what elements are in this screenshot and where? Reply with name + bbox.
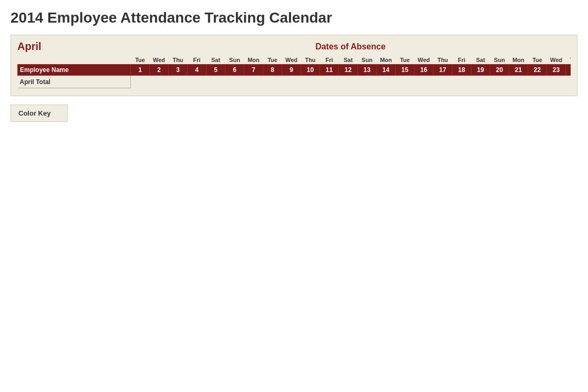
dow-cell: Tue: [396, 56, 415, 65]
date-cell: 9: [282, 65, 301, 76]
date-cell: 4: [188, 65, 207, 76]
date-cell: 22: [528, 65, 547, 76]
date-cell: 7: [244, 65, 263, 76]
dow-cell: Sun: [490, 56, 509, 65]
dow-cell: Tue: [528, 56, 547, 65]
page-title: 2014 Employee Attendance Tracking Calend…: [11, 9, 577, 26]
dow-cell: Fri: [188, 56, 207, 65]
dow-cell: Sun: [358, 56, 377, 65]
date-cell: 8: [263, 65, 282, 76]
date-cell: 1: [131, 65, 150, 76]
date-cell: 2: [150, 65, 169, 76]
dow-cell: Sun: [225, 56, 244, 65]
date-cell: 18: [452, 65, 471, 76]
dow-cell: Wed: [150, 56, 169, 65]
date-cell: 14: [377, 65, 396, 76]
date-cell: 3: [169, 65, 188, 76]
calendar-container: April Dates of Absence TueWedThuFriSatSu…: [11, 35, 577, 96]
dow-name-cell: [18, 56, 131, 65]
date-cell: 12: [339, 65, 358, 76]
dow-cell: Thu: [169, 56, 188, 65]
dow-cell: Wed: [547, 56, 566, 65]
color-key-label: Color Key: [18, 109, 50, 117]
color-key: Color Key: [11, 105, 68, 122]
dow-cell: Mon: [244, 56, 263, 65]
dow-cell: Mon: [377, 56, 396, 65]
dow-cell: Fri: [452, 56, 471, 65]
dow-cell: Tue: [263, 56, 282, 65]
calendar-header: April Dates of Absence: [17, 40, 571, 53]
dow-cell: Thu: [566, 56, 571, 65]
date-cell: 10: [301, 65, 320, 76]
date-cell: 19: [471, 65, 490, 76]
date-cell: 17: [434, 65, 452, 76]
date-cell: 5: [207, 65, 225, 76]
dow-cell: Fri: [320, 56, 339, 65]
dow-cell: Tue: [131, 56, 150, 65]
dow-header-row: TueWedThuFriSatSunMonTueWedThuFriSatSunM…: [18, 56, 571, 65]
month-label: April: [17, 40, 130, 53]
calendar-table-wrapper: TueWedThuFriSatSunMonTueWedThuFriSatSunM…: [17, 56, 571, 88]
date-cell: 15: [396, 65, 415, 76]
dow-cell: Thu: [434, 56, 452, 65]
dow-cell: Sat: [339, 56, 358, 65]
dow-cell: Wed: [282, 56, 301, 65]
dates-of-absence-label: Dates of Absence: [130, 42, 571, 51]
date-number-row: Employee Name 12345678910111213141516171…: [18, 65, 571, 76]
dow-cell: Wed: [415, 56, 434, 65]
date-cell: 20: [490, 65, 509, 76]
employee-name-header: Employee Name: [18, 65, 131, 76]
calendar-table: TueWedThuFriSatSunMonTueWedThuFriSatSunM…: [17, 56, 571, 88]
date-cell: 6: [225, 65, 244, 76]
date-cell: 21: [509, 65, 528, 76]
dow-cell: Sat: [207, 56, 225, 65]
date-cell: 24: [566, 65, 571, 76]
dow-cell: Sat: [471, 56, 490, 65]
date-cell: 13: [358, 65, 377, 76]
total-row: April Total: [18, 76, 571, 88]
dow-cell: Thu: [301, 56, 320, 65]
date-cell: 11: [320, 65, 339, 76]
total-label: April Total: [18, 76, 131, 88]
date-cell: 16: [415, 65, 434, 76]
date-cell: 23: [547, 65, 566, 76]
dow-cell: Mon: [509, 56, 528, 65]
